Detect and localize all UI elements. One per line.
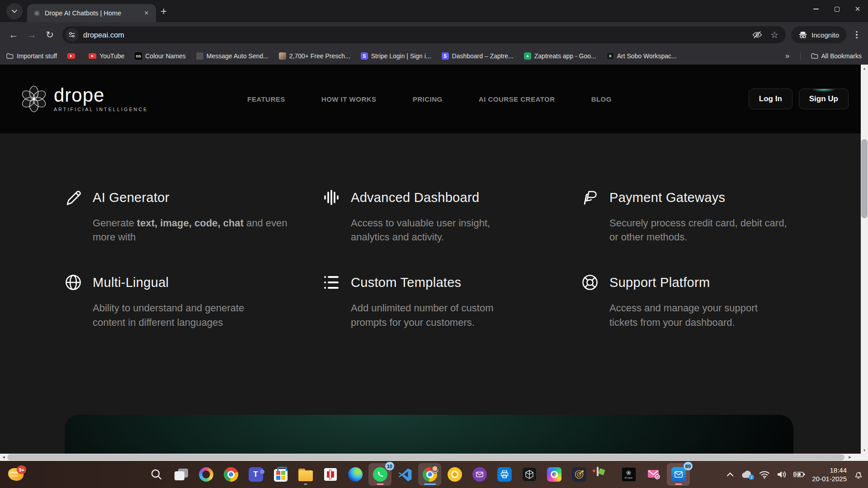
feature-body: Generate text, image, code, chat and eve… [93, 216, 292, 244]
reload-button[interactable]: ↻ [41, 26, 59, 44]
mail-purple-button[interactable] [468, 463, 491, 486]
target-app-button[interactable] [567, 463, 590, 486]
feature-title: AI Generator [93, 190, 170, 205]
bell-snooze-icon: z [854, 469, 863, 479]
login-button[interactable]: Log In [749, 89, 793, 109]
mail-purple-icon [472, 467, 487, 482]
bookmark-item[interactable]: S Stripe Login | Sign i... [361, 52, 431, 60]
chrome-canary-button[interactable] [443, 463, 466, 486]
url-text[interactable]: dropeai.com [83, 31, 748, 39]
horizontal-scroll-thumb[interactable] [7, 454, 844, 460]
signup-button[interactable]: Sign Up [799, 89, 849, 109]
drope-app-button[interactable]: drope [617, 463, 640, 486]
tab-close-icon[interactable]: × [142, 8, 151, 18]
ds-icon: DS [135, 52, 142, 60]
adobe-cc-button[interactable] [542, 463, 566, 486]
password-eye-off-icon[interactable] [752, 30, 762, 40]
scroll-up-arrow[interactable]: ▲ [861, 65, 868, 72]
gift-icon [324, 468, 337, 481]
site-settings-icon[interactable] [65, 28, 79, 42]
tray-expand-button[interactable] [726, 472, 734, 477]
bookmark-item[interactable]: X Art Sobo Workspac... [607, 52, 677, 60]
speaker-icon [777, 470, 787, 479]
all-bookmarks-button[interactable]: All Bookmarks [811, 52, 862, 60]
chrome-profile-button[interactable] [418, 463, 441, 486]
task-view-button[interactable] [170, 463, 193, 486]
maps-app-button[interactable] [592, 463, 615, 486]
feature-body: Access to valuable user insight, analyti… [351, 216, 509, 244]
bookmark-item[interactable]: S Dashboard – Zaptre... [442, 52, 514, 60]
nav-how-it-works[interactable]: HOW IT WORKS [321, 95, 377, 103]
wifi-status[interactable] [759, 470, 770, 479]
clock-time: 18:44 [812, 466, 847, 475]
teams-button[interactable]: T [244, 463, 267, 486]
vertical-scrollbar[interactable]: ▲ ▼ [861, 65, 868, 454]
notifications-button[interactable]: z [854, 469, 863, 479]
start-button[interactable] [120, 463, 143, 486]
window-maximize-button[interactable] [826, 0, 847, 18]
nav-pricing[interactable]: PRICING [413, 95, 443, 103]
bookmark-item[interactable]: YouTube [89, 52, 124, 60]
wifi-icon [759, 470, 770, 479]
volume-status[interactable] [777, 470, 787, 479]
scroll-right-arrow[interactable]: ▶ [846, 454, 854, 461]
tab-favicon [33, 10, 40, 17]
browser-menu-button[interactable] [850, 31, 863, 39]
onedrive-status[interactable]: i [741, 470, 752, 479]
adobe-cc-icon [547, 467, 561, 482]
bookmark-item[interactable]: + Zaptreats app - Goo... [524, 52, 596, 60]
web-page: drope ARTIFICIAL INTELLIGENCE FEATURES H… [0, 65, 868, 461]
vertical-scroll-thumb[interactable] [861, 139, 868, 218]
ms-store-button[interactable] [269, 463, 292, 486]
forward-button[interactable]: → [23, 26, 41, 44]
artsobo-icon: X [607, 52, 614, 60]
vscode-icon [398, 467, 412, 482]
folder-icon [811, 52, 818, 60]
outlook-mail-button[interactable]: 89 [667, 463, 690, 486]
bookmark-item[interactable]: 2,700+ Free Presch... [279, 52, 350, 60]
bookmarks-overflow-button[interactable]: » [785, 52, 789, 61]
print-scan-button[interactable] [493, 463, 516, 486]
search-button[interactable] [145, 463, 168, 486]
back-button[interactable]: ← [5, 26, 23, 44]
file-explorer-button[interactable] [294, 463, 317, 486]
window-close-button[interactable]: ✕ [847, 0, 868, 18]
gift-app-button[interactable] [319, 463, 342, 486]
bookmark-item[interactable]: Message Auto Send... [196, 52, 269, 60]
scroll-left-arrow[interactable]: ◀ [0, 454, 7, 461]
brand-tagline: ARTIFICIAL INTELLIGENCE [54, 107, 148, 112]
chrome-button[interactable] [219, 463, 242, 486]
pink-mail-button[interactable] [642, 463, 665, 486]
3d-app-button[interactable] [518, 463, 541, 486]
nav-blog[interactable]: BLOG [591, 95, 612, 103]
bookmark-item[interactable]: DS Colour Names [135, 52, 185, 60]
bookmark-item[interactable] [67, 53, 78, 59]
site-logo[interactable]: drope ARTIFICIAL INTELLIGENCE [19, 84, 148, 113]
tab-search-button[interactable] [6, 3, 23, 19]
whatsapp-badge: 10 [385, 462, 394, 470]
bookmark-star-icon[interactable]: ☆ [770, 29, 778, 40]
vscode-button[interactable] [393, 463, 416, 486]
window-minimize-button[interactable] [806, 0, 826, 18]
edge-button[interactable] [344, 463, 367, 486]
whatsapp-button[interactable]: 10 [368, 463, 392, 486]
taskbar-clock[interactable]: 18:44 20-01-2025 [812, 466, 847, 483]
horizontal-scrollbar[interactable]: ◀ ▶ [0, 454, 868, 461]
bookmark-item[interactable]: Important stuff [6, 52, 57, 60]
widgets-button[interactable]: 9+ [8, 467, 24, 482]
scroll-down-arrow[interactable]: ▼ [861, 446, 868, 454]
nav-ai-course-creator[interactable]: AI COURSE CREATOR [479, 95, 555, 103]
screen: Drope AI Chatbots | Home × + ✕ ← → ↻ dro… [0, 0, 868, 488]
brand-name: drope [54, 86, 148, 105]
profile-avatar [431, 465, 439, 474]
bookmarks-bar: Important stuff YouTube DS Colour Names … [0, 47, 868, 65]
feature-card-ai-generator: AI Generator Generate text, image, code,… [64, 188, 322, 244]
taskbar: 9+ T 10 [0, 461, 868, 488]
browser-tab[interactable]: Drope AI Chatbots | Home × [27, 4, 156, 22]
address-bar[interactable]: dropeai.com ☆ [62, 26, 786, 43]
new-tab-button[interactable]: + [160, 5, 167, 18]
feature-body: Add unlimited number of custom prompts f… [351, 301, 511, 329]
battery-status[interactable] [793, 471, 805, 478]
copilot-button[interactable] [194, 463, 217, 486]
nav-features[interactable]: FEATURES [247, 95, 285, 103]
